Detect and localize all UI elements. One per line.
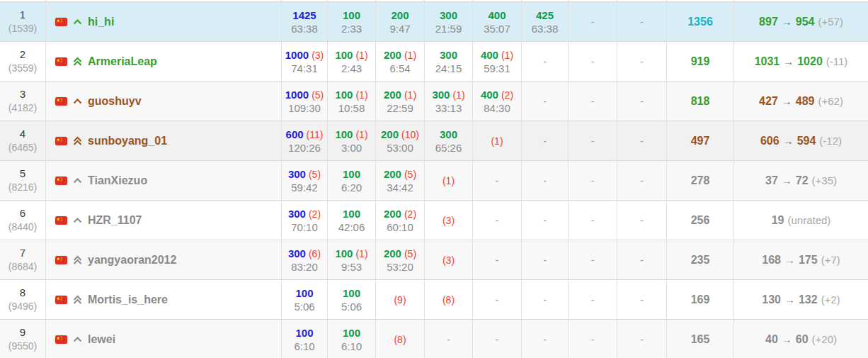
total-score-cell: 300(2) 70:10 xyxy=(282,201,328,240)
no-submission-dash: - xyxy=(496,294,499,306)
china-flag-icon xyxy=(55,177,67,185)
problem-score[interactable]: 200 xyxy=(384,169,401,179)
global-rank: (3559) xyxy=(8,63,37,74)
china-flag-icon xyxy=(55,137,67,145)
total-score[interactable]: 100 xyxy=(295,328,313,338)
problem-score[interactable]: 200 xyxy=(384,89,401,100)
china-flag-icon xyxy=(55,296,67,304)
problem-score[interactable]: 200 xyxy=(384,248,401,259)
performance-value: 256 xyxy=(691,214,710,227)
problem-score[interactable]: 100 xyxy=(343,10,360,21)
user-handle[interactable]: Mortis_is_here xyxy=(88,293,168,306)
problem-cell: - xyxy=(617,121,667,160)
no-submission-dash: - xyxy=(591,294,595,306)
user-handle[interactable]: yangyaoran2012 xyxy=(88,254,176,267)
header-cell xyxy=(282,0,328,1)
china-flag-icon xyxy=(55,18,67,26)
new-rating: 954 xyxy=(796,16,815,28)
problem-score[interactable]: 300 xyxy=(432,89,450,100)
total-score[interactable]: 300 xyxy=(288,248,306,259)
problem-cell: (9) xyxy=(376,280,425,319)
problem-score[interactable]: 200 xyxy=(381,129,399,140)
user-handle[interactable]: HZR_1107 xyxy=(88,214,142,227)
party-cell: TianXiezuo xyxy=(46,161,282,200)
problem-score[interactable]: 100 xyxy=(343,169,360,179)
header-cell xyxy=(617,0,667,1)
rating-delta: (-11) xyxy=(826,55,848,67)
problem-cell: - xyxy=(473,320,522,358)
solve-time: 33:13 xyxy=(435,103,462,113)
problem-score[interactable]: 100 xyxy=(335,89,353,100)
rank-cell: 2 (3559) xyxy=(0,42,46,81)
solve-time: 6:10 xyxy=(341,341,362,352)
problem-score[interactable]: 425 xyxy=(536,10,554,21)
user-handle[interactable]: guoshuyv xyxy=(88,95,142,108)
rank-cell: 9 (9550) xyxy=(0,320,46,358)
user-handle[interactable]: hi_hi xyxy=(88,16,114,28)
chevron-up-icon xyxy=(72,176,83,186)
problem-score[interactable]: 100 xyxy=(343,208,360,219)
problem-cell: - xyxy=(569,240,617,279)
problem-cell: (1) xyxy=(425,161,473,200)
problem-score[interactable]: 100 xyxy=(335,129,353,140)
performance-cell: 235 xyxy=(667,240,734,279)
problem-score[interactable]: 400 xyxy=(481,89,498,100)
user-handle[interactable]: lewei xyxy=(88,333,115,346)
rank-value: 5 xyxy=(20,168,25,180)
problem-cell: 100 6:20 xyxy=(328,161,376,200)
problem-score[interactable]: 200 xyxy=(384,50,401,60)
double-chevron-up-icon xyxy=(72,255,83,265)
problem-cell: - xyxy=(569,320,617,358)
total-score[interactable]: 1000 xyxy=(285,50,309,60)
problem-score[interactable]: 300 xyxy=(440,50,457,60)
performance-cell: 919 xyxy=(667,42,734,81)
user-handle[interactable]: TianXiezuo xyxy=(88,174,147,187)
china-flag-icon xyxy=(55,335,67,344)
solve-time: 59:42 xyxy=(291,182,318,193)
new-rating: 132 xyxy=(799,293,818,306)
total-score[interactable]: 1425 xyxy=(292,10,316,21)
total-score[interactable]: 300 xyxy=(288,208,306,219)
user-handle[interactable]: ArmeriaLeap xyxy=(88,55,157,68)
rating-change-cell: 1031→ 1020(-11) xyxy=(734,42,868,81)
rank-cell: 1 (1539) xyxy=(0,2,46,41)
total-score-cell: 600(11) 120:26 xyxy=(282,121,328,160)
no-submission-dash: - xyxy=(543,334,547,345)
no-submission-dash: - xyxy=(640,96,644,107)
problem-cell: - xyxy=(473,161,522,200)
problem-cell: 425 63:38 xyxy=(522,2,569,41)
solve-time: 6:54 xyxy=(389,63,410,74)
problem-score[interactable]: 100 xyxy=(343,328,360,338)
rank-value: 7 xyxy=(20,247,25,259)
no-submission-dash: - xyxy=(496,215,499,226)
double-chevron-up-icon xyxy=(72,295,83,305)
total-score[interactable]: 1000 xyxy=(285,89,309,100)
problem-cell: 100(1) 10:58 xyxy=(328,82,376,121)
problem-score[interactable]: 100 xyxy=(343,288,360,298)
problem-cell: 200(1) 22:59 xyxy=(376,82,425,121)
rating-change-cell: 19(unrated) xyxy=(734,201,868,240)
no-submission-dash: - xyxy=(591,215,595,226)
problem-score[interactable]: 200 xyxy=(384,208,401,219)
standings-row: 6 (8440) HZR_1107 300(2) 70:10 100 42:06… xyxy=(0,201,868,240)
standings-row: 5 (8216) TianXiezuo 300(5) 59:42 100 6:2… xyxy=(0,161,868,201)
chevron-up-icon xyxy=(72,17,83,27)
problem-score[interactable]: 100 xyxy=(335,50,353,60)
wrong-attempts: (5) xyxy=(404,169,416,179)
user-handle[interactable]: sunboyang_01 xyxy=(88,135,167,147)
problem-cell: 400(2) 84:30 xyxy=(473,82,522,121)
problem-score[interactable]: 100 xyxy=(335,248,353,259)
old-rating: 19 xyxy=(772,214,784,227)
problem-score[interactable]: 400 xyxy=(481,50,498,60)
performance-value: 235 xyxy=(691,254,710,267)
problem-cell: - xyxy=(569,280,617,319)
problem-score[interactable]: 400 xyxy=(488,10,506,21)
problem-score[interactable]: 200 xyxy=(391,10,409,21)
total-score-cell: 100 5:06 xyxy=(282,280,328,319)
total-score[interactable]: 300 xyxy=(288,169,306,179)
problem-score[interactable]: 300 xyxy=(440,129,457,140)
total-score[interactable]: 600 xyxy=(286,129,304,140)
problem-cell: - xyxy=(473,201,522,240)
total-score[interactable]: 100 xyxy=(295,288,313,298)
problem-score[interactable]: 300 xyxy=(440,10,457,21)
